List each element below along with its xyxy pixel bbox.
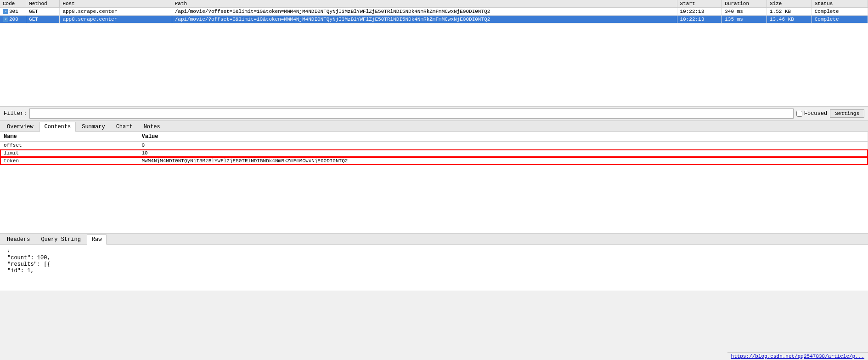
name-value-table: Name Value offset0limit10tokenMWM4NjM4ND… [0,132,868,165]
empty-area [0,23,868,106]
nv-row[interactable]: limit10 [0,149,868,157]
bottom-tab-headers[interactable]: Headers [2,234,35,244]
nv-cell-value: 0 [138,142,868,149]
cell-start: 10:22:13 [677,8,722,16]
bottom-tab-query_string[interactable]: Query String [36,234,85,244]
cell-size: 13.46 KB [767,16,812,23]
detail-tabs-row: OverviewContentsSummaryChartNotes [0,121,868,132]
cell-duration: 135 ms [722,16,767,23]
col-header-host: Host [60,0,172,8]
col-header-duration: Duration [722,0,767,8]
bottom-tabs-row: HeadersQuery StringRaw [0,233,868,245]
cell-start: 10:22:13 [677,16,722,23]
nv-row[interactable]: tokenMWM4NjM4NDI0NTQyNjI3MzBlYWFlZjE50TR… [0,157,868,165]
filter-bar: Filter: Focused Settings [0,106,868,121]
nv-cell-name: offset [0,142,138,149]
nv-row[interactable]: offset0 [0,142,868,149]
focused-checkbox-area: Focused [796,110,827,117]
tab-chart[interactable]: Chart [111,122,138,131]
redirect-icon: ↗ [3,17,8,22]
tab-overview[interactable]: Overview [2,122,39,131]
col-header-method: Method [26,0,60,8]
nv-cell-value: 10 [138,149,868,157]
cell-method: GET [26,16,60,23]
cell-status: Complete [812,8,868,16]
json-content: { "count": 100, "results": [{ "id": 1, [0,245,868,291]
json-line: { [7,248,861,255]
bottom-tab-raw[interactable]: Raw [87,234,107,245]
focused-checkbox[interactable] [796,111,802,117]
content-area: Name Value offset0limit10tokenMWM4NjM4ND… [0,132,868,233]
request-row[interactable]: ↗200GETapp8.scrape.center/api/movie/?off… [0,16,868,23]
cell-code: ↗200 [0,16,26,23]
cell-duration: 340 ms [722,8,767,16]
filter-input[interactable] [29,109,793,119]
tab-notes[interactable]: Notes [139,122,165,131]
json-line: "count": 100, [7,255,861,261]
cell-path: /api/movie/?offset=0&limit=10&token=MWM4… [172,16,677,23]
cell-size: 1.52 KB [767,8,812,16]
tab-summary[interactable]: Summary [77,122,110,131]
json-line: "id": 1, [7,268,861,274]
cell-method: GET [26,8,60,16]
nv-cell-name: limit [0,149,138,157]
focused-label: Focused [804,110,827,117]
tab-contents[interactable]: Contents [39,122,76,132]
nv-cell-value: MWM4NjM4NDI0NTQyNjI3MzBlYWFlZjE50TRlNDI5… [138,157,868,165]
json-line: "results": [{ [7,261,861,268]
settings-button[interactable]: Settings [830,109,864,118]
cell-host: app8.scrape.center [60,16,172,23]
col-header-status: Status [812,0,868,8]
cell-host: app8.scrape.center [60,8,172,16]
request-row[interactable]: ↗301GETapp8.scrape.center/api/movie/?off… [0,8,868,16]
cell-code: ↗301 [0,8,26,16]
col-header-code: Code [0,0,26,8]
requests-table: Code Method Host Path Start Duration Siz… [0,0,868,23]
filter-label: Filter: [4,110,27,117]
cell-path: /api/movie/?offset=0&limit=10&token=MWM4… [172,8,677,16]
nv-cell-name: token [0,157,138,165]
col-header-path: Path [172,0,677,8]
cell-status: Complete [812,16,868,23]
redirect-icon: ↗ [3,9,8,14]
col-header-start: Start [677,0,722,8]
nv-header-name: Name [0,132,138,142]
nv-header-value: Value [138,132,868,142]
col-header-size: Size [767,0,812,8]
